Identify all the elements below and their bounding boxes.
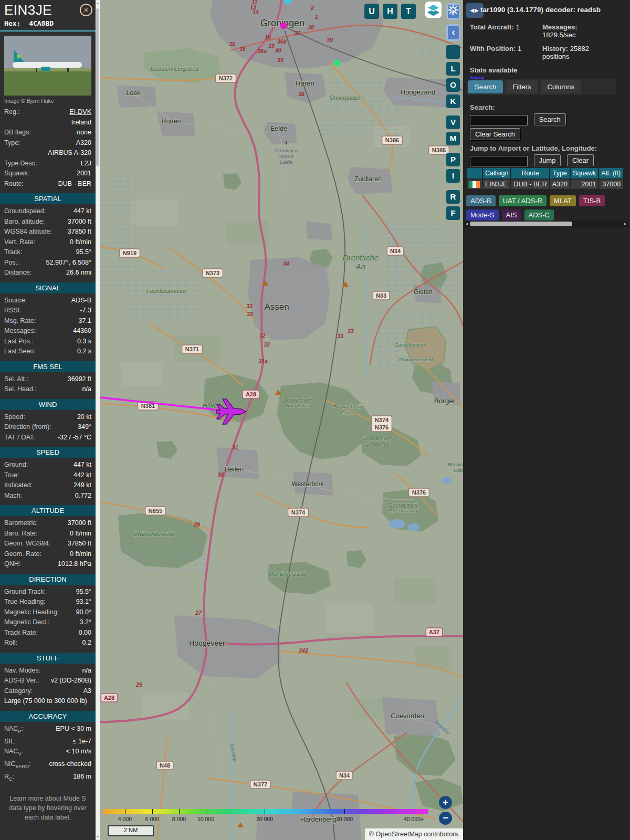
- stats-block: Total Aircraft: 1 Messages:1829.5/sec Wi…: [470, 23, 625, 82]
- side-button-o[interactable]: O: [446, 78, 460, 92]
- town-label: Haren: [296, 79, 314, 87]
- search-input[interactable]: [470, 115, 528, 125]
- data-value: 3.2°: [80, 618, 91, 627]
- data-row: Baro. Rate:0 ft/min: [0, 529, 96, 539]
- badge-ads-c: ADS-C: [524, 209, 554, 220]
- side-button-r[interactable]: R: [446, 190, 460, 204]
- side-button-k[interactable]: K: [446, 94, 460, 108]
- data-value: none: [77, 128, 91, 138]
- area-label: Dwingelderveld: [133, 531, 173, 537]
- exit-number: 39: [327, 37, 333, 43]
- map-button-h[interactable]: H: [383, 4, 397, 19]
- side-button-l[interactable]: L: [446, 62, 460, 76]
- data-value: 0.2: [82, 638, 91, 648]
- clear-jump-button[interactable]: Clear: [567, 154, 594, 166]
- data-value: 0.3 s: [77, 337, 91, 346]
- data-row: Magnetic Decl.:3.2°: [0, 617, 96, 628]
- left-scrollbar[interactable]: ▲ ▼: [96, 0, 100, 840]
- svg-text:N376: N376: [412, 489, 426, 496]
- area-label: Fochteloerveen: [146, 288, 186, 294]
- data-label: Distance:: [4, 268, 32, 278]
- label-text: TAT / OAT:: [4, 434, 35, 441]
- data-label: Mach:: [4, 491, 22, 501]
- exit-number: 242: [298, 647, 308, 654]
- badge-row: Mode-SAISADS-C: [466, 209, 624, 220]
- close-icon[interactable]: ×: [80, 4, 92, 16]
- data-value: 95.5°: [76, 587, 91, 597]
- data-row: Route:DUB - BER: [0, 179, 96, 190]
- exit-number: 35: [229, 41, 235, 47]
- tab-search[interactable]: Search: [468, 80, 503, 93]
- label-text: Msg. Rate:: [4, 317, 36, 324]
- map-top-buttons: UHT: [364, 4, 416, 19]
- data-value: 37000 ft: [68, 217, 91, 227]
- data-label: Magnetic Decl.:: [4, 618, 49, 627]
- history-positions: History: 25882positions: [542, 45, 625, 60]
- svg-text:N386: N386: [385, 137, 399, 143]
- exit-number: 19: [268, 43, 275, 49]
- data-value: EPU < 30 m: [56, 724, 91, 734]
- data-row: Barometric:37000 ft: [0, 518, 96, 529]
- control-panel: ◀▶ tar1090 (3.14.1779) decoder: readsb T…: [463, 0, 630, 840]
- data-label: Category:: [4, 687, 33, 696]
- side-button-v[interactable]: V: [446, 116, 460, 129]
- column-header[interactable]: Type: [550, 168, 570, 178]
- side-button-m[interactable]: M: [446, 132, 460, 145]
- road-shield: N34: [387, 247, 404, 255]
- data-label: Nav. Modes:: [4, 666, 40, 676]
- label-text: Category:: [4, 687, 33, 695]
- label-text: Baro. Rate:: [4, 530, 37, 537]
- with-position: With Position: 1: [470, 45, 542, 60]
- data-row: Ground:447 kt: [0, 460, 96, 470]
- tar1090-link[interactable]: tar1090: [480, 6, 505, 14]
- side-button-f[interactable]: F: [446, 206, 460, 220]
- table-row[interactable]: EIN3JE DUB - BER A320 2001 37000: [467, 180, 623, 189]
- settings-button[interactable]: [446, 45, 460, 59]
- data-row: Ground Track:95.5°: [0, 587, 96, 597]
- data-value: 90.0°: [76, 608, 91, 617]
- exit-number: 25: [135, 681, 142, 688]
- zoom-out-button[interactable]: −: [439, 812, 452, 825]
- readsb-link[interactable]: readsb: [578, 6, 601, 14]
- layers-button[interactable]: [425, 2, 442, 18]
- map-button-u[interactable]: U: [364, 4, 379, 19]
- column-header[interactable]: Squawk: [571, 168, 598, 178]
- clear-search-button[interactable]: Clear Search: [470, 128, 520, 140]
- data-value: n/a: [82, 385, 91, 394]
- column-header[interactable]: [467, 168, 482, 178]
- data-value[interactable]: EI-DVK: [69, 108, 91, 117]
- column-header[interactable]: Callsign: [483, 168, 510, 178]
- data-sections: SPATIALGroundspeed:447 ktBaro. altitude:…: [0, 193, 96, 784]
- photo-credit: Image © Björn Huke: [0, 97, 96, 107]
- horizontal-scrollbar[interactable]: ◂ ▸: [464, 220, 628, 227]
- scrollbar-thumb[interactable]: [96, 8, 99, 166]
- data-value: ADS-B: [71, 296, 91, 306]
- column-header[interactable]: Route: [511, 168, 549, 178]
- tab-filters[interactable]: Filters: [506, 80, 538, 93]
- scroll-right-icon[interactable]: ▸: [623, 220, 628, 227]
- search-button[interactable]: Search: [534, 113, 566, 125]
- side-button-p[interactable]: P: [446, 153, 460, 166]
- data-label: Vert. Rate:: [4, 238, 35, 247]
- tab-columns[interactable]: Columns: [541, 80, 581, 93]
- side-button-i[interactable]: I: [446, 169, 460, 183]
- svg-text:N371: N371: [185, 346, 199, 352]
- jump-button[interactable]: Jump: [534, 154, 561, 166]
- map-canvas[interactable]: 111314213837391836b1936a4039353538343333…: [100, 0, 463, 840]
- svg-text:A37: A37: [429, 629, 439, 635]
- label-text: Ground Track:: [4, 588, 46, 595]
- map-button-t[interactable]: T: [401, 4, 416, 19]
- scroll-up-icon[interactable]: ▲: [96, 0, 100, 6]
- road-shield: N374: [288, 508, 309, 517]
- hscroll-thumb[interactable]: [470, 222, 572, 226]
- row-callsign-link[interactable]: EIN3JE: [485, 181, 507, 188]
- panel-prev-button[interactable]: ‹: [446, 24, 460, 41]
- data-row: ADS-B Ver.:v2 (DO-260B): [0, 676, 96, 686]
- scroll-left-icon[interactable]: ◂: [464, 220, 469, 227]
- column-header[interactable]: Alt. (ft): [599, 168, 623, 178]
- data-value: 44360: [73, 327, 91, 336]
- zoom-in-button[interactable]: +: [439, 796, 452, 809]
- scroll-down-icon[interactable]: ▼: [96, 834, 100, 840]
- osm-link[interactable]: OpenStreetMap: [375, 831, 422, 838]
- jump-input[interactable]: [470, 156, 528, 166]
